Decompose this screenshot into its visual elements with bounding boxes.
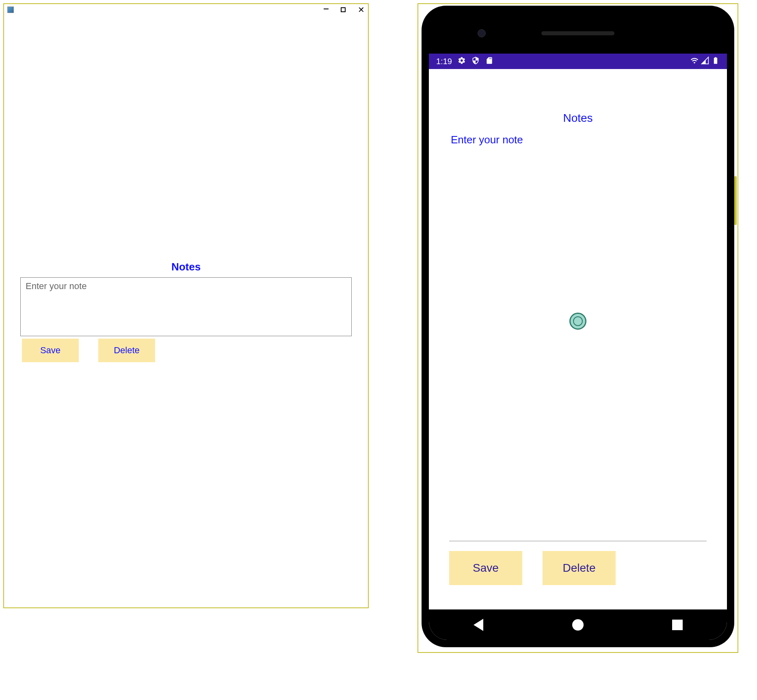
phone-frame: 1:19	[417, 3, 738, 653]
shield-icon	[472, 56, 480, 67]
note-placeholder: Enter your note	[451, 134, 707, 146]
minimize-icon[interactable]	[324, 9, 329, 9]
nav-recent-button[interactable]	[670, 618, 684, 632]
nav-home-button[interactable]	[571, 618, 585, 632]
nav-back-button[interactable]	[472, 618, 485, 632]
desktop-body: Notes Save Delete	[4, 15, 368, 607]
close-icon[interactable]: ✕	[358, 7, 365, 12]
input-underline	[449, 541, 707, 541]
notes-title: Notes	[449, 112, 707, 125]
wifi-icon	[690, 56, 699, 67]
recent-square-icon	[672, 620, 683, 630]
phone-device: 1:19	[422, 6, 734, 647]
camera-icon	[478, 29, 486, 37]
touch-ripple-icon	[569, 313, 586, 330]
status-time: 1:19	[436, 57, 452, 66]
battery-icon	[712, 56, 720, 67]
note-input[interactable]: Enter your note	[449, 134, 707, 541]
save-button[interactable]: Save	[449, 551, 522, 585]
phone-body: Notes Enter your note Save Delete	[429, 69, 727, 609]
save-button[interactable]: Save	[22, 339, 79, 362]
back-triangle-icon	[474, 619, 483, 631]
android-nav-bar	[429, 609, 727, 640]
phone-hardware-top	[429, 13, 727, 54]
delete-button[interactable]: Delete	[543, 551, 616, 585]
speaker-grille	[541, 31, 614, 35]
signal-icon	[701, 56, 709, 67]
desktop-window: ✕ Notes Save Delete	[3, 3, 369, 608]
storage-icon	[485, 56, 493, 67]
home-circle-icon	[572, 619, 584, 631]
notes-title: Notes	[20, 261, 352, 273]
status-bar: 1:19	[429, 54, 727, 69]
button-row: Save Delete	[449, 551, 707, 585]
maximize-icon[interactable]	[341, 7, 346, 12]
delete-button[interactable]: Delete	[98, 339, 155, 362]
settings-icon	[458, 56, 466, 67]
button-row: Save Delete	[20, 339, 352, 362]
phone-side-button	[734, 176, 737, 225]
phone-screen: 1:19	[429, 54, 727, 640]
app-icon	[7, 6, 14, 13]
desktop-titlebar: ✕	[4, 4, 368, 15]
note-input[interactable]	[20, 277, 352, 336]
